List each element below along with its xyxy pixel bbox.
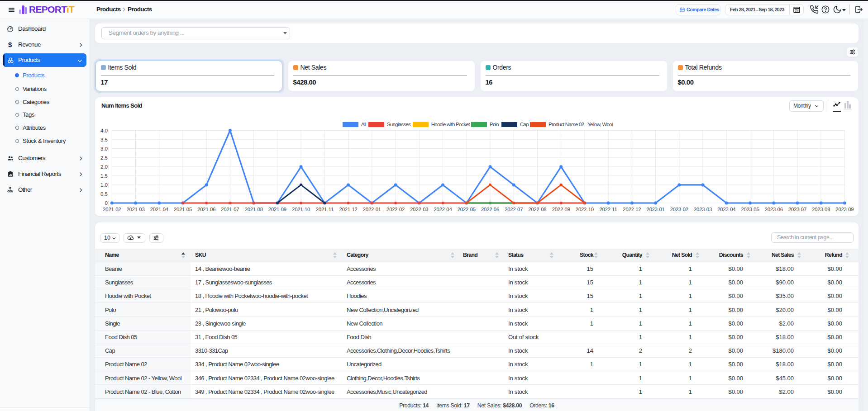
svg-text:2022-03: 2022-03 xyxy=(410,207,428,212)
svg-text:3.0: 3.0 xyxy=(100,146,108,151)
svg-text:2021-12: 2021-12 xyxy=(339,207,358,212)
svg-text:2.0: 2.0 xyxy=(100,164,108,170)
svg-text:2021-11: 2021-11 xyxy=(316,207,334,212)
svg-text:2023-07: 2023-07 xyxy=(788,207,806,212)
svg-text:2023-05: 2023-05 xyxy=(741,207,759,212)
svg-text:2021-03: 2021-03 xyxy=(126,207,144,212)
svg-text:2022-06: 2022-06 xyxy=(481,207,499,212)
svg-text:2022-05: 2022-05 xyxy=(458,207,476,212)
svg-text:2023-02: 2023-02 xyxy=(670,207,688,212)
svg-text:2022-09: 2022-09 xyxy=(552,207,570,212)
svg-text:2022-11: 2022-11 xyxy=(599,207,617,212)
svg-text:2021-08: 2021-08 xyxy=(245,207,263,212)
svg-text:2023-03: 2023-03 xyxy=(694,207,712,212)
svg-text:2023-01: 2023-01 xyxy=(647,207,665,212)
svg-text:2021-05: 2021-05 xyxy=(174,207,192,212)
svg-text:2021-07: 2021-07 xyxy=(221,207,239,212)
svg-text:2022-02: 2022-02 xyxy=(386,207,405,212)
svg-text:2.5: 2.5 xyxy=(100,155,108,161)
svg-text:1.0: 1.0 xyxy=(100,182,108,188)
svg-text:2021-10: 2021-10 xyxy=(292,207,310,212)
svg-text:2022-07: 2022-07 xyxy=(505,207,523,212)
svg-text:2023-08: 2023-08 xyxy=(812,207,830,212)
svg-text:3.5: 3.5 xyxy=(100,137,108,142)
svg-text:4.0: 4.0 xyxy=(100,128,108,133)
svg-text:0.5: 0.5 xyxy=(100,191,108,197)
svg-text:2023-09: 2023-09 xyxy=(835,207,854,212)
svg-text:0: 0 xyxy=(105,200,108,206)
svg-text:2023-06: 2023-06 xyxy=(765,207,783,212)
svg-text:2022-10: 2022-10 xyxy=(576,207,594,212)
svg-text:2022-04: 2022-04 xyxy=(434,207,452,212)
svg-text:1.5: 1.5 xyxy=(100,173,108,179)
svg-text:2022-12: 2022-12 xyxy=(623,207,641,212)
svg-text:2021-09: 2021-09 xyxy=(268,207,286,212)
svg-text:2021-06: 2021-06 xyxy=(197,207,215,212)
svg-text:2022-01: 2022-01 xyxy=(363,207,381,212)
svg-text:2023-04: 2023-04 xyxy=(717,207,735,212)
svg-text:2022-08: 2022-08 xyxy=(528,207,546,212)
svg-text:2021-02: 2021-02 xyxy=(103,207,121,212)
svg-text:2021-04: 2021-04 xyxy=(150,207,168,212)
